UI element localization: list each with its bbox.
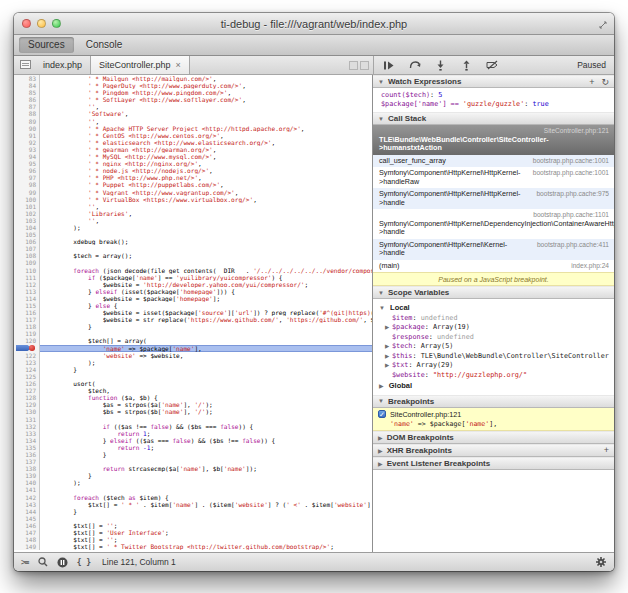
scope-variable[interactable]: ▶$txt: Array(29) [373,361,614,371]
line-number-gutter[interactable]: 94 [14,153,40,160]
disclosure-triangle-icon[interactable]: ▶ [385,352,392,361]
line-number-gutter[interactable]: 90 [14,125,40,132]
scope-variable[interactable]: $item: undefined [373,313,614,323]
breakpoints-header[interactable]: ▼ Breakpoints [373,395,614,408]
line-number-gutter[interactable]: 84 [14,82,40,89]
line-number-gutter[interactable]: 112 [14,281,40,288]
line-number-gutter[interactable]: 109 [14,259,40,266]
line-number-gutter[interactable]: 139 [14,472,40,479]
tab-scroll-left-icon[interactable] [349,61,358,70]
search-icon[interactable] [38,557,48,567]
line-number-gutter[interactable]: 100 [14,196,40,203]
line-number-gutter[interactable]: 122 [14,352,40,359]
file-tab-sitecontroller[interactable]: SiteController.php × [90,56,190,74]
line-number-gutter[interactable]: 149 [14,543,40,550]
disclosure-triangle-icon[interactable]: ▶ [385,342,392,351]
call-stack-frame[interactable]: bootstrap.php.cache:411Symfony\Component… [373,239,614,260]
line-number-gutter[interactable]: 146 [14,522,40,529]
line-number-gutter[interactable]: 118 [14,323,40,330]
disclosure-triangle-icon[interactable]: ▶ [385,361,392,370]
line-number-gutter[interactable]: 83 [14,75,40,82]
line-number-gutter[interactable]: 138 [14,465,40,472]
line-number-gutter[interactable]: 123 [14,359,40,366]
call-stack-frame[interactable]: bootstrap.php.cache:1001Symfony\Componen… [373,167,614,188]
pause-on-exceptions-icon[interactable] [57,557,68,568]
line-number-gutter[interactable]: 142 [14,494,40,501]
scope-group-global[interactable]: ▶ Global [373,380,614,392]
line-number-gutter[interactable]: 129 [14,401,40,408]
line-number-gutter[interactable]: 114 [14,295,40,302]
call-stack-frame[interactable]: index.php:24(main) [373,260,614,273]
dom-breakpoints-header[interactable]: ▶ DOM Breakpoints [373,431,614,444]
show-navigator-icon[interactable] [20,60,31,69]
line-number-gutter[interactable]: 103 [14,217,40,224]
line-number-gutter[interactable]: 143 [14,501,40,508]
watch-expression[interactable]: $package['name'] == 'guzzle/guzzle': tru… [381,100,612,109]
line-number-gutter[interactable]: 120 [14,337,40,344]
step-into-icon[interactable] [434,59,447,71]
line-number-gutter[interactable]: 101 [14,203,40,210]
line-number-gutter[interactable]: 145 [14,515,40,522]
line-number-gutter[interactable]: 91 [14,132,40,139]
line-number-gutter[interactable]: 135 [14,444,40,451]
line-number-gutter[interactable]: 95 [14,160,40,167]
line-number-gutter[interactable]: 92 [14,139,40,146]
line-number-gutter[interactable]: 116 [14,309,40,316]
scope-variable[interactable]: ▶$package: Array(19) [373,323,614,333]
disclosure-triangle-icon[interactable]: ▶ [385,323,392,332]
line-number-gutter[interactable]: 113 [14,288,40,295]
line-number-gutter[interactable]: 127 [14,387,40,394]
line-number-gutter[interactable]: 108 [14,252,40,259]
line-number-gutter[interactable]: 132 [14,423,40,430]
line-number-gutter[interactable]: 98 [14,181,40,188]
line-number-gutter[interactable]: 147 [14,529,40,536]
pretty-print-icon[interactable]: { } [77,558,91,567]
step-out-icon[interactable] [460,59,473,71]
line-number-gutter[interactable]: 87 [14,103,40,110]
deactivate-breakpoints-icon[interactable] [486,59,499,71]
line-number-gutter[interactable]: 136 [14,451,40,458]
line-number-gutter[interactable]: 148 [14,536,40,543]
add-xhr-breakpoint-button[interactable]: + [604,445,609,455]
breakpoint-checkbox[interactable]: ✓ [378,410,386,418]
line-number-gutter[interactable]: 121 [14,345,40,352]
line-number-gutter[interactable]: 102 [14,210,40,217]
watch-expressions-header[interactable]: ▼ Watch Expressions + ↻ [373,75,614,88]
call-stack-frame[interactable]: SiteController.php:121TLE\Bundle\WebBund… [373,125,614,155]
line-number-gutter[interactable]: 117 [14,316,40,323]
add-watch-button[interactable]: + [589,77,594,87]
tab-scroll-right-icon[interactable] [360,61,369,70]
line-number-gutter[interactable]: 144 [14,508,40,515]
xhr-breakpoints-header[interactable]: ▶ XHR Breakpoints + [373,444,614,457]
line-number-gutter[interactable]: 88 [14,110,40,117]
line-number-gutter[interactable]: 128 [14,394,40,401]
tab-console[interactable]: Console [77,37,132,53]
line-number-gutter[interactable]: 131 [14,416,40,423]
toggle-console-icon[interactable]: >≡ [21,558,29,567]
line-number-gutter[interactable]: 104 [14,224,40,231]
step-over-icon[interactable] [408,59,421,71]
line-number-gutter[interactable]: 141 [14,486,40,493]
line-number-gutter[interactable]: 130 [14,408,40,415]
line-number-gutter[interactable]: 85 [14,89,40,96]
line-number-gutter[interactable]: 134 [14,437,40,444]
line-number-gutter[interactable]: 115 [14,302,40,309]
line-number-gutter[interactable]: 124 [14,366,40,373]
line-number-gutter[interactable]: 133 [14,430,40,437]
scope-group-local[interactable]: ▼ Local [373,301,614,313]
line-number-gutter[interactable]: 137 [14,458,40,465]
call-stack-frame[interactable]: bootstrap.php.cache:975Symfony\Component… [373,188,614,209]
scope-variable[interactable]: ▶$this: TLE\Bundle\WebBundle\Controller\… [373,351,614,361]
line-number-gutter[interactable]: 106 [14,238,40,245]
line-number-gutter[interactable]: 96 [14,167,40,174]
line-number-gutter[interactable]: 93 [14,146,40,153]
line-number-gutter[interactable]: 140 [14,479,40,486]
call-stack-frame[interactable]: bootstrap.php.cache:1101Symfony\Componen… [373,209,614,239]
line-number-gutter[interactable]: 86 [14,96,40,103]
watch-expression[interactable]: count($tech): 5 [381,91,612,100]
resume-button[interactable] [382,59,395,71]
line-number-gutter[interactable]: 119 [14,330,40,337]
line-number-gutter[interactable]: 99 [14,189,40,196]
line-number-gutter[interactable]: 110 [14,267,40,274]
event-listener-breakpoints-header[interactable]: ▶ Event Listener Breakpoints [373,457,614,470]
